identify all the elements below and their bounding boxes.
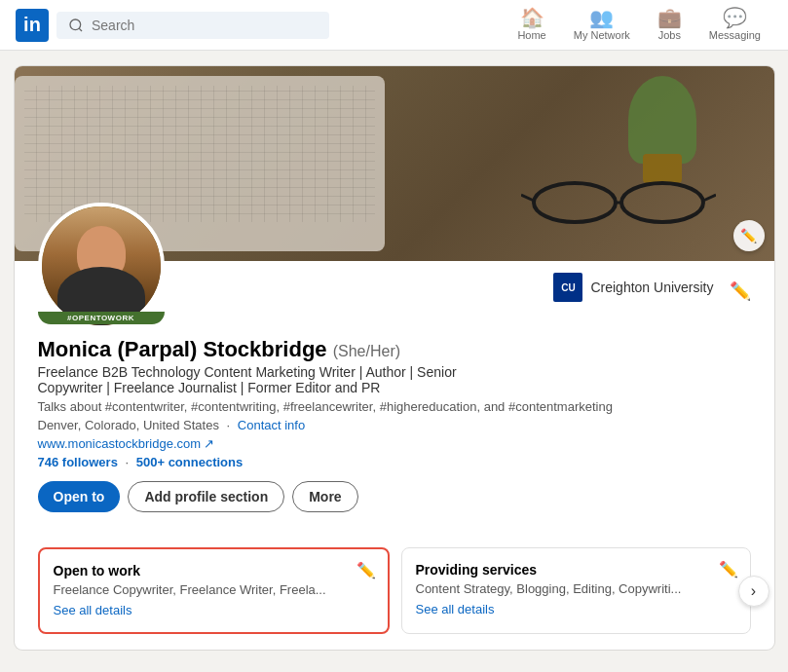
- profile-info: Monica (Parpal) Stockbridge (She/Her) Fr…: [38, 337, 751, 469]
- open-to-work-see-all[interactable]: See all details: [54, 603, 132, 617]
- nav-item-home-label: Home: [517, 29, 545, 41]
- nav-item-messaging-label: Messaging: [709, 29, 761, 41]
- jobs-icon: 💼: [657, 8, 682, 27]
- nav-item-network[interactable]: 👥 My Network: [562, 0, 642, 51]
- cover-plant-decor: [628, 76, 696, 164]
- navbar: in 🏠 Home 👥 My Network 💼 Jobs 💬 Messagin…: [0, 0, 788, 51]
- open-to-work-title: Open to work: [54, 563, 374, 579]
- nav-item-jobs-label: Jobs: [658, 29, 681, 41]
- profile-headline: Freelance B2B Technology Content Marketi…: [38, 364, 506, 395]
- profile-connections: 746 followers · 500+ connections: [38, 455, 751, 469]
- profile-body: #OPENTOWORK CU Creighton University ✏️ M…: [15, 261, 774, 547]
- action-buttons: Open to Add profile section More: [38, 481, 751, 512]
- open-to-work-desc: Freelance Copywriter, Freelance Writer, …: [54, 582, 374, 597]
- linkedin-logo[interactable]: in: [16, 9, 49, 42]
- cards-next-arrow[interactable]: ›: [738, 576, 769, 607]
- messaging-icon: 💬: [723, 8, 747, 27]
- cover-glasses-decor: [521, 173, 716, 232]
- svg-line-6: [703, 195, 716, 201]
- profile-name: Monica (Parpal) Stockbridge (She/Her): [38, 337, 751, 362]
- open-to-work-card: Open to work Freelance Copywriter, Freel…: [38, 547, 390, 634]
- svg-point-0: [70, 19, 81, 30]
- external-link-icon: ↗: [204, 436, 214, 451]
- profile-topics: Talks about #contentwriter, #contentwrit…: [38, 399, 751, 414]
- avatar[interactable]: [38, 203, 165, 329]
- avatar-image: [42, 206, 161, 325]
- open-to-button[interactable]: Open to: [38, 481, 121, 512]
- profile-pronouns: (She/Her): [333, 343, 400, 359]
- profile-location: Denver, Colorado, United States · Contac…: [38, 418, 751, 432]
- providing-services-card: Providing services Content Strategy, Blo…: [401, 547, 751, 634]
- main-nav: 🏠 Home 👥 My Network 💼 Jobs 💬 Messaging: [506, 0, 772, 51]
- providing-services-see-all[interactable]: See all details: [416, 602, 495, 616]
- nav-item-network-label: My Network: [574, 29, 630, 41]
- svg-point-3: [621, 183, 703, 222]
- profile-top-right: CU Creighton University ✏️: [553, 273, 750, 302]
- edit-providing-services-icon[interactable]: ✏️: [719, 560, 738, 579]
- edit-profile-button[interactable]: ✏️: [730, 280, 751, 302]
- svg-line-1: [79, 28, 82, 31]
- search-icon: [68, 18, 84, 33]
- more-button[interactable]: More: [292, 481, 357, 512]
- nav-item-home[interactable]: 🏠 Home: [506, 0, 557, 51]
- search-input[interactable]: [92, 18, 318, 33]
- contact-info-link[interactable]: Contact info: [238, 418, 305, 432]
- open-to-work-badge: #OPENTOWORK: [38, 312, 165, 324]
- edit-open-to-work-icon[interactable]: ✏️: [356, 561, 376, 579]
- avatar-container: #OPENTOWORK: [38, 203, 165, 329]
- edit-cover-button[interactable]: ✏️: [733, 220, 765, 251]
- search-bar[interactable]: [56, 12, 329, 39]
- profile-header-row: #OPENTOWORK CU Creighton University ✏️: [38, 261, 751, 337]
- svg-line-5: [521, 195, 534, 201]
- avatar-section: #OPENTOWORK: [38, 261, 165, 337]
- website-link[interactable]: www.monicastockbridge.com ↗: [38, 436, 751, 451]
- info-cards-row: Open to work Freelance Copywriter, Freel…: [38, 547, 751, 634]
- network-icon: 👥: [589, 8, 614, 27]
- providing-services-desc: Content Strategy, Blogging, Editing, Cop…: [416, 581, 736, 596]
- nav-item-jobs[interactable]: 💼 Jobs: [646, 0, 694, 51]
- connections-link[interactable]: 500+ connections: [136, 455, 243, 469]
- followers-link[interactable]: 746 followers: [38, 455, 118, 469]
- university-badge[interactable]: CU Creighton University: [553, 273, 713, 302]
- university-name: Creighton University: [590, 280, 713, 295]
- home-icon: 🏠: [520, 8, 544, 27]
- svg-point-2: [534, 183, 616, 222]
- nav-item-messaging[interactable]: 💬 Messaging: [697, 0, 772, 51]
- university-logo: CU: [553, 273, 582, 302]
- profile-card: ✏️ #OPENTOWORK CU Creighton University ✏…: [15, 66, 774, 650]
- providing-services-title: Providing services: [416, 562, 736, 578]
- add-profile-section-button[interactable]: Add profile section: [128, 481, 284, 512]
